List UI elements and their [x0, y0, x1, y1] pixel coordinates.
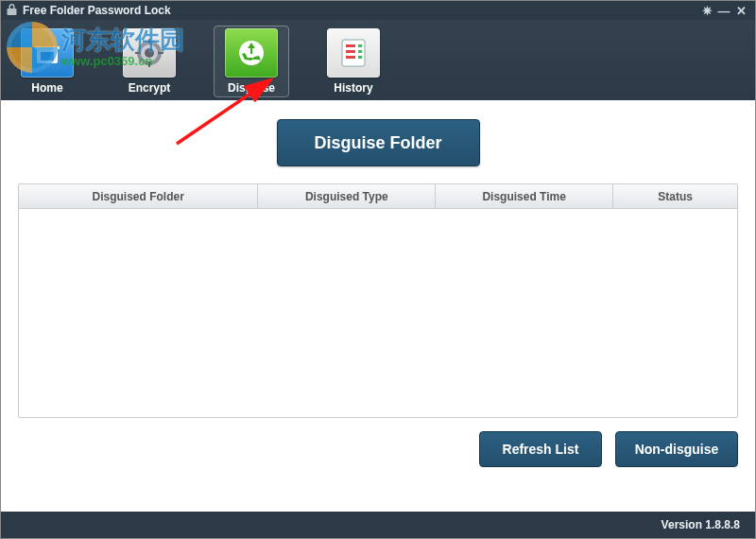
svg-point-5 — [145, 48, 154, 58]
close-button[interactable]: ✕ — [732, 4, 749, 18]
action-buttons: Refresh List Non-disguise — [18, 431, 738, 467]
nav-label: Encrypt — [129, 81, 171, 95]
minimize-button[interactable]: — — [715, 4, 732, 18]
status-bar: Version 1.8.8.8 — [1, 512, 755, 538]
table-header: Disguised Folder Disguised Type Disguise… — [19, 184, 737, 209]
col-type[interactable]: Disguised Type — [258, 184, 436, 208]
nav-label: Home — [31, 81, 62, 95]
svg-rect-16 — [346, 56, 355, 59]
main-panel: Disguise Folder Disguised Folder Disguis… — [1, 100, 755, 467]
svg-rect-1 — [41, 52, 54, 61]
svg-rect-12 — [346, 44, 355, 47]
nav-label: History — [334, 81, 372, 95]
nav-encrypt[interactable]: Encrypt — [112, 26, 186, 96]
svg-rect-14 — [346, 50, 355, 53]
nav-home[interactable]: Home — [10, 26, 84, 96]
version-label: Version 1.8.8.8 — [662, 518, 740, 531]
col-status[interactable]: Status — [613, 184, 737, 208]
col-time[interactable]: Disguised Time — [436, 184, 613, 208]
settings-icon[interactable]: ✷ — [698, 4, 715, 18]
non-disguise-button[interactable]: Non-disguise — [615, 431, 738, 467]
svg-rect-13 — [358, 44, 362, 47]
svg-rect-17 — [358, 56, 362, 59]
col-folder[interactable]: Disguised Folder — [19, 184, 258, 208]
home-icon — [21, 28, 74, 78]
nav-disguise[interactable]: Disguise — [215, 26, 288, 96]
window-title: Free Folder Password Lock — [23, 4, 171, 17]
history-icon — [327, 28, 380, 78]
svg-rect-2 — [35, 46, 60, 49]
main-toolbar: Home Encrypt Disguise History — [1, 20, 755, 100]
nav-history[interactable]: History — [317, 26, 390, 96]
svg-rect-15 — [358, 50, 362, 53]
disguise-folder-button[interactable]: Disguise Folder — [277, 119, 480, 166]
title-bar: Free Folder Password Lock ✷ — ✕ — [1, 1, 755, 20]
recycle-icon — [225, 28, 278, 78]
lock-icon — [7, 4, 17, 18]
vault-icon — [123, 28, 176, 78]
nav-label: Disguise — [228, 81, 275, 95]
refresh-list-button[interactable]: Refresh List — [479, 431, 602, 467]
disguised-table: Disguised Folder Disguised Type Disguise… — [18, 183, 738, 418]
